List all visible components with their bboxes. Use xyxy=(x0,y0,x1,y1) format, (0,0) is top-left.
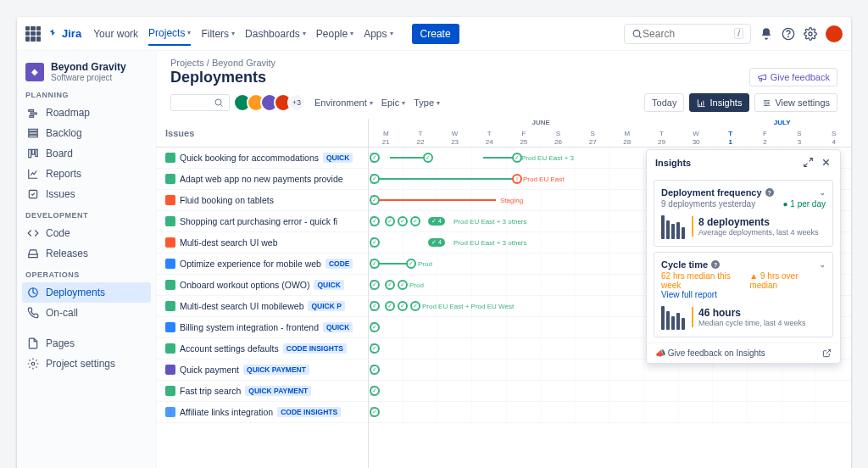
deployment-count-badge[interactable]: ✓ 4 xyxy=(428,217,445,226)
project-header[interactable]: ◆ Beyond Gravity Software project xyxy=(22,61,151,82)
deployment-marker[interactable]: ✓ xyxy=(370,386,380,396)
deployment-env-tag[interactable]: Prod xyxy=(409,281,424,289)
day-header: M21 xyxy=(369,130,403,147)
issue-row[interactable]: Quick paymentQUICK PAYMENT xyxy=(157,359,368,381)
issue-row[interactable]: Fast trip searchQUICK PAYMENT xyxy=(157,381,368,402)
sidebar-item-roadmap[interactable]: Roadmap xyxy=(22,103,151,123)
give-feedback-button[interactable]: Give feedback xyxy=(749,68,837,86)
filter-environment[interactable]: Environment▾ xyxy=(314,98,373,108)
issue-row[interactable]: Onboard workout options (OWO)QUICK xyxy=(157,275,368,296)
filter-epic[interactable]: Epic▾ xyxy=(381,98,405,108)
create-button[interactable]: Create xyxy=(412,24,459,44)
filter-type[interactable]: Type▾ xyxy=(414,98,440,108)
deployment-marker[interactable]: ✓ xyxy=(398,216,408,226)
deployment-env-tag[interactable]: Prod xyxy=(418,260,432,268)
issue-row[interactable]: Shopping cart purchasing error - quick f… xyxy=(157,211,368,232)
issue-search[interactable] xyxy=(170,94,230,111)
app-switcher-icon[interactable] xyxy=(25,26,41,42)
issue-type-icon xyxy=(165,280,175,290)
deployment-marker[interactable]: ! xyxy=(512,174,522,184)
deployment-marker[interactable]: ✓ xyxy=(370,407,380,417)
notifications-icon[interactable] xyxy=(760,27,773,41)
issue-row[interactable]: Adapt web app no new payments provide xyxy=(157,169,368,190)
insights-button[interactable]: Insights xyxy=(689,93,749,112)
deployment-row: ✓ xyxy=(369,381,851,402)
nav-filters[interactable]: Filters▾ xyxy=(201,23,235,45)
deployment-marker[interactable]: ✓ xyxy=(385,280,395,290)
view-settings-button[interactable]: View settings xyxy=(754,93,837,112)
settings-icon[interactable] xyxy=(804,27,817,41)
sidebar-item-board[interactable]: Board xyxy=(22,143,151,164)
expand-icon[interactable] xyxy=(803,157,814,168)
deployment-marker[interactable]: ✓ xyxy=(370,153,380,163)
sidebar-item-oncall[interactable]: On-call xyxy=(22,303,151,323)
sidebar-item-releases[interactable]: Releases xyxy=(22,243,151,264)
deployment-marker[interactable]: ✓ xyxy=(370,322,380,332)
megaphone-icon xyxy=(757,72,767,82)
deployment-count-badge[interactable]: ✓ 4 xyxy=(428,238,445,247)
deployment-env-tag[interactable]: Prod EU East + 3 xyxy=(521,154,574,162)
deployment-env-tag[interactable]: Prod EU East + Prod EU West xyxy=(422,303,514,310)
deployment-marker[interactable]: ✓ xyxy=(370,301,380,311)
issue-row[interactable]: Billing system integration - frontendQUI… xyxy=(157,317,368,338)
sidebar-item-pages[interactable]: Pages xyxy=(22,333,151,354)
svg-point-3 xyxy=(809,32,812,36)
deployment-marker[interactable]: ✓ xyxy=(398,301,408,311)
nav-people[interactable]: People▾ xyxy=(316,23,353,45)
issue-row[interactable]: Multi-dest search UI mobilewebQUICK P xyxy=(157,296,368,317)
deployment-marker[interactable]: ✓ xyxy=(370,365,380,375)
nav-apps[interactable]: Apps▾ xyxy=(364,23,392,45)
jira-logo[interactable]: Jira xyxy=(47,27,81,40)
issue-row[interactable]: Optimize experience for mobile webCODE xyxy=(157,254,368,275)
deployment-marker[interactable]: ✓ xyxy=(385,216,395,226)
global-search[interactable]: / xyxy=(624,24,751,44)
issue-row[interactable]: Affiliate links integrationCODE INSIGHTS xyxy=(157,402,368,423)
project-name: Beyond Gravity xyxy=(51,61,126,73)
external-link-icon[interactable] xyxy=(822,348,832,358)
deployment-env-tag[interactable]: Staging xyxy=(500,197,523,204)
profile-avatar[interactable] xyxy=(826,25,843,42)
deployment-marker[interactable]: ✓ xyxy=(370,237,380,248)
sidebar-item-project-settings[interactable]: Project settings xyxy=(22,354,151,374)
issue-row[interactable]: Fluid booking on tablets xyxy=(157,190,368,211)
today-button[interactable]: Today xyxy=(644,93,684,112)
insights-feedback[interactable]: 📣 Give feedback on Insights xyxy=(655,348,765,358)
search-input[interactable] xyxy=(643,28,734,40)
deployment-marker[interactable]: ✓ xyxy=(398,280,408,290)
deployment-marker[interactable]: ✓ xyxy=(370,216,380,226)
issue-row[interactable]: Multi-dest search UI web xyxy=(157,232,368,254)
nav-projects[interactable]: Projects▾ xyxy=(148,22,191,46)
deployment-env-tag[interactable]: Prod EU East + 3 others xyxy=(453,218,527,226)
breadcrumb[interactable]: Projects / Beyond Gravity xyxy=(157,51,851,68)
close-icon[interactable] xyxy=(821,157,832,168)
deployment-env-tag[interactable]: Prod EU East + 3 others xyxy=(453,239,527,247)
issue-row[interactable]: Account settings defaultsCODE INSIGHTS xyxy=(157,338,368,359)
nav-dashboards[interactable]: Dashboards▾ xyxy=(245,23,306,45)
deployment-marker[interactable]: ✓ xyxy=(370,280,380,290)
help-icon[interactable] xyxy=(782,27,795,41)
info-icon[interactable]: ? xyxy=(765,188,774,197)
deployment-marker[interactable]: ✓ xyxy=(406,259,416,269)
nav-your-work[interactable]: Your work xyxy=(93,23,138,45)
issue-row[interactable]: Quick booking for accommodationsQUICK xyxy=(157,148,368,169)
cycle-time-card[interactable]: Cycle time?⌄ 62 hrs median this week▲ 9 … xyxy=(654,252,833,337)
sidebar-item-reports[interactable]: Reports xyxy=(22,164,151,184)
deployment-env-tag[interactable]: Prod EU East xyxy=(523,176,564,183)
view-full-report-link[interactable]: View full report xyxy=(661,290,826,299)
deployment-marker[interactable]: ✓ xyxy=(385,301,395,311)
deployment-marker[interactable]: ✓ xyxy=(410,216,420,226)
page-title: Deployments xyxy=(170,69,266,86)
deployment-marker[interactable]: ✓ xyxy=(370,343,380,354)
info-icon[interactable]: ? xyxy=(711,260,720,269)
sidebar-item-code[interactable]: Code xyxy=(22,223,151,243)
board-icon xyxy=(27,148,39,159)
sidebar-item-issues[interactable]: Issues xyxy=(22,184,151,204)
deployment-frequency-card[interactable]: Deployment frequency?⌄ 9 deployments yes… xyxy=(654,180,833,247)
svg-rect-10 xyxy=(29,149,31,157)
sliders-icon xyxy=(762,98,771,108)
sidebar-item-backlog[interactable]: Backlog xyxy=(22,123,151,143)
deployment-marker[interactable]: ✓ xyxy=(423,153,433,163)
sidebar-item-deployments[interactable]: Deployments xyxy=(22,282,151,303)
assignee-avatars[interactable]: +3 xyxy=(238,93,306,112)
deployment-marker[interactable]: ✓ xyxy=(410,301,420,311)
